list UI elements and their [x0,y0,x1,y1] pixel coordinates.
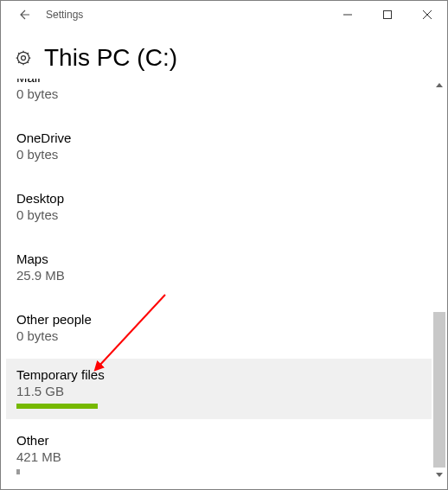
storage-item-name: Maps [16,251,421,266]
storage-item[interactable]: Other421 MB [6,424,432,480]
scrollbar-track[interactable] [433,79,445,480]
storage-item[interactable]: Maps25.9 MB [6,243,432,293]
maximize-button[interactable] [368,1,407,29]
maximize-icon [383,10,392,19]
minimize-icon [343,10,352,19]
scroll-down-button[interactable] [433,468,445,480]
window-title: Settings [46,9,83,21]
back-button[interactable] [8,1,39,29]
storage-item-size: 0 bytes [16,86,421,101]
window-controls [328,1,447,29]
close-button[interactable] [407,1,447,29]
storage-item-size: 0 bytes [16,328,421,343]
storage-item[interactable]: Other people0 bytes [6,303,432,353]
storage-usage-bar-fill [16,404,98,409]
scrollbar-thumb[interactable] [433,312,445,468]
page-header: This PC (C:) [1,29,447,80]
storage-item-name: OneDrive [16,130,421,145]
storage-item[interactable]: Desktop0 bytes [6,182,432,232]
svg-rect-0 [384,11,392,19]
storage-item-name: Mail [16,79,421,85]
arrow-left-icon [16,8,30,22]
storage-item-name: Other people [16,312,421,327]
storage-item-size: 0 bytes [16,207,421,222]
page-title: This PC (C:) [44,44,177,72]
svg-point-1 [22,56,26,60]
storage-item-name: Other [16,433,421,448]
chevron-down-icon [436,473,443,477]
storage-item-name: Temporary files [16,367,421,382]
storage-usage-bar [16,404,421,409]
chevron-up-icon [436,83,443,87]
storage-item-size: 421 MB [16,449,421,464]
svg-point-2 [17,52,29,63]
storage-item-size: 0 bytes [16,147,421,162]
minimize-button[interactable] [328,1,368,29]
close-icon [423,10,432,19]
titlebar: Settings [1,1,447,29]
storage-item-size: 25.9 MB [16,268,421,283]
storage-item[interactable]: Mail0 bytes [6,79,432,111]
storage-item[interactable]: Temporary files11.5 GB [6,359,432,419]
storage-item-size: 11.5 GB [16,384,421,398]
storage-item[interactable]: OneDrive0 bytes [6,122,432,172]
storage-list: Mail0 bytesOneDrive0 bytesDesktop0 bytes… [6,79,432,480]
gear-icon [15,49,32,67]
storage-item-name: Desktop [16,191,421,206]
scrollbar[interactable] [433,79,445,480]
scroll-up-button[interactable] [433,79,445,91]
storage-usage-bar [16,469,20,474]
